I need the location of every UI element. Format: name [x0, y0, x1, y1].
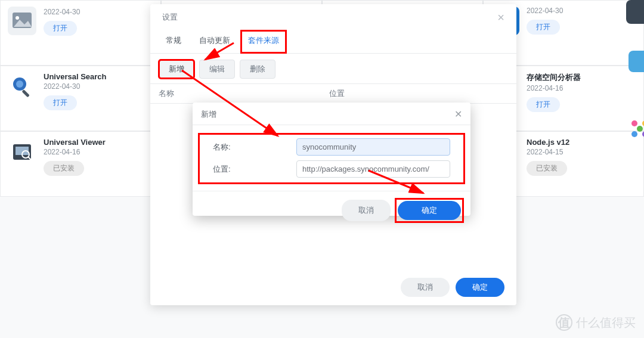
package-tile[interactable]: Universal Search 2022-04-30 打开	[0, 66, 161, 131]
tab-package-source[interactable]: 套件来源	[241, 30, 286, 53]
cancel-button[interactable]: 取消	[342, 200, 391, 221]
col-name: 名称	[159, 88, 329, 99]
img-icon	[8, 7, 36, 35]
partial-icon	[626, 0, 644, 24]
col-location: 位置	[329, 88, 508, 99]
uv-icon	[8, 138, 36, 166]
delete-button[interactable]: 删除	[240, 60, 275, 79]
svg-rect-4	[21, 89, 29, 97]
partial-icon	[627, 116, 644, 141]
close-icon[interactable]: ×	[497, 11, 504, 24]
source-list-header: 名称 位置	[150, 83, 516, 104]
package-date: 2022-04-16	[527, 84, 581, 92]
installed-badge: 已安装	[527, 161, 567, 176]
svg-point-1	[16, 16, 19, 20]
modal-footer: 取消 确定	[401, 278, 504, 297]
package-date: 2022-04-16	[44, 148, 106, 156]
svg-point-17	[637, 126, 643, 132]
location-input[interactable]	[296, 160, 450, 178]
tabs: 常规 自动更新 套件来源	[150, 30, 516, 54]
ok-button[interactable]: 确定	[398, 201, 461, 220]
package-date: 2022-04-15	[527, 148, 569, 156]
open-button[interactable]: 打开	[527, 97, 560, 112]
source-toolbar: 新增 编辑 删除	[150, 54, 516, 83]
open-button[interactable]: 打开	[44, 95, 77, 110]
installed-badge: 已安装	[44, 161, 84, 176]
svg-point-20	[631, 131, 637, 137]
modal-title: 设置	[162, 12, 178, 23]
lens-icon	[8, 72, 36, 101]
package-title: Universal Viewer	[44, 138, 106, 147]
package-date: 2022-04-30	[44, 8, 80, 16]
svg-point-18	[631, 120, 637, 126]
open-button[interactable]: 打开	[44, 21, 77, 36]
watermark-icon: 值	[556, 314, 572, 331]
label-location: 位置:	[213, 164, 296, 175]
add-source-dialog: 新增 ✕ 名称: 位置: 取消 确定	[193, 103, 470, 216]
package-title: Universal Search	[44, 72, 107, 81]
cancel-button[interactable]: 取消	[401, 278, 450, 297]
package-title: 存储空间分析器	[527, 72, 581, 83]
package-date: 2022-04-30	[527, 7, 563, 15]
ok-button[interactable]: 确定	[456, 278, 504, 297]
tab-general[interactable]: 常规	[159, 30, 188, 53]
watermark-text: 什么值得买	[576, 315, 636, 331]
close-icon[interactable]: ✕	[454, 108, 462, 120]
package-tile[interactable]: 2022-04-30 打开	[0, 0, 161, 66]
name-input[interactable]	[296, 138, 450, 156]
tab-auto-update[interactable]: 自动更新	[192, 30, 237, 53]
edit-button[interactable]: 编辑	[199, 60, 235, 79]
partial-icon	[628, 51, 644, 72]
label-name: 名称:	[213, 142, 296, 153]
watermark: 值 什么值得买	[556, 314, 636, 331]
add-button[interactable]: 新增	[159, 60, 194, 79]
package-tile[interactable]: Universal Viewer 2022-04-16 已安装	[0, 131, 161, 197]
package-title: Node.js v12	[527, 138, 569, 147]
open-button[interactable]: 打开	[527, 20, 560, 35]
dialog-title: 新增	[201, 109, 216, 120]
svg-point-3	[16, 80, 23, 88]
settings-modal: 设置 × 常规 自动更新 套件来源 新增 编辑 删除 名称 位置 新增 ✕ 名称…	[150, 4, 516, 305]
package-date: 2022-04-30	[44, 82, 107, 91]
